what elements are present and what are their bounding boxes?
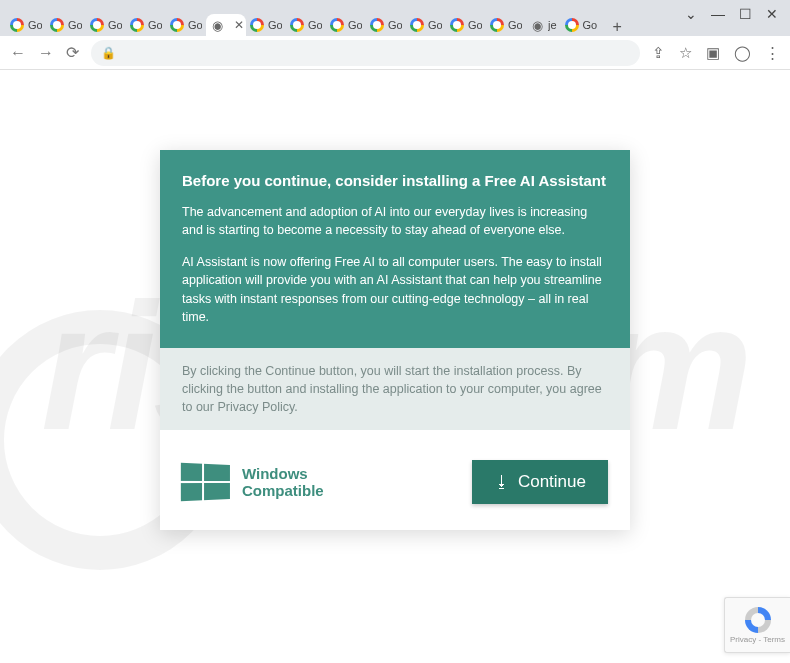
tab-label: Go: [348, 19, 362, 31]
browser-tab[interactable]: Go: [6, 14, 46, 36]
lock-icon: 🔒: [101, 46, 116, 60]
browser-tab[interactable]: Go: [126, 14, 166, 36]
google-favicon-icon: [370, 18, 384, 32]
recaptcha-icon: [745, 607, 771, 633]
windows-compatible-badge: Windows Compatible: [182, 464, 324, 500]
bookmark-star-icon[interactable]: ☆: [679, 44, 692, 62]
google-favicon-icon: [170, 18, 184, 32]
window-close-button[interactable]: ✕: [766, 6, 778, 22]
browser-tab[interactable]: Go: [406, 14, 446, 36]
reload-button[interactable]: ⟳: [66, 43, 79, 62]
browser-tab[interactable]: ◉✕: [206, 14, 246, 36]
tab-label: Go: [148, 19, 162, 31]
google-favicon-icon: [10, 18, 24, 32]
google-favicon-icon: [410, 18, 424, 32]
compat-text: Windows Compatible: [242, 465, 324, 500]
google-favicon-icon: [490, 18, 504, 32]
tab-label: Go: [508, 19, 522, 31]
account-icon[interactable]: ◯: [734, 44, 751, 62]
tab-strip: GoGoGoGoGo◉✕GoGoGoGoGoGoGo◉jeGo+: [0, 0, 790, 36]
dialog-paragraph-1: The advancement and adoption of AI into …: [182, 203, 608, 239]
continue-label: Continue: [518, 472, 586, 492]
tab-label: Go: [583, 19, 597, 31]
browser-tab[interactable]: Go: [286, 14, 326, 36]
tab-label: Go: [108, 19, 122, 31]
recaptcha-links: Privacy - Terms: [730, 635, 785, 644]
tab-label: Go: [468, 19, 482, 31]
tab-label: Go: [68, 19, 82, 31]
toolbar-right: ⇪ ☆ ▣ ◯ ⋮: [652, 44, 780, 62]
browser-tab[interactable]: Go: [446, 14, 486, 36]
back-button[interactable]: ←: [10, 44, 26, 62]
new-tab-button[interactable]: +: [607, 18, 628, 36]
browser-tab[interactable]: Go: [166, 14, 206, 36]
tab-label: Go: [268, 19, 282, 31]
browser-tab[interactable]: Go: [486, 14, 526, 36]
tab-label: Go: [428, 19, 442, 31]
google-favicon-icon: [130, 18, 144, 32]
tab-label: Go: [188, 19, 202, 31]
dialog-footer: Windows Compatible ⭳ Continue: [160, 430, 630, 530]
globe-favicon-icon: ◉: [530, 18, 544, 32]
dialog-header: Before you continue, consider installing…: [160, 150, 630, 348]
toolbar: ← → ⟳ 🔒 ⇪ ☆ ▣ ◯ ⋮: [0, 36, 790, 70]
tab-label: je: [548, 19, 557, 31]
google-favicon-icon: [90, 18, 104, 32]
dialog-paragraph-2: AI Assistant is now offering Free AI to …: [182, 253, 608, 326]
google-favicon-icon: [290, 18, 304, 32]
dialog-title: Before you continue, consider installing…: [182, 172, 608, 189]
google-favicon-icon: [565, 18, 579, 32]
google-favicon-icon: [50, 18, 64, 32]
browser-tab[interactable]: Go: [326, 14, 366, 36]
window-minimize-button[interactable]: —: [711, 6, 725, 22]
browser-tab[interactable]: Go: [366, 14, 406, 36]
google-favicon-icon: [250, 18, 264, 32]
window-controls: ⌄ — ☐ ✕: [673, 0, 790, 28]
sidepanel-icon[interactable]: ▣: [706, 44, 720, 62]
address-bar[interactable]: 🔒: [91, 40, 640, 66]
forward-button[interactable]: →: [38, 44, 54, 62]
dialog-disclaimer: By clicking the Continue button, you wil…: [160, 348, 630, 430]
window-maximize-button[interactable]: ☐: [739, 6, 752, 22]
recaptcha-badge[interactable]: Privacy - Terms: [724, 597, 790, 653]
browser-tab[interactable]: Go: [246, 14, 286, 36]
google-favicon-icon: [330, 18, 344, 32]
install-dialog: Before you continue, consider installing…: [160, 150, 630, 530]
google-favicon-icon: [450, 18, 464, 32]
window-chevron-icon[interactable]: ⌄: [685, 6, 697, 22]
download-icon: ⭳: [494, 473, 510, 491]
browser-tab[interactable]: ◉je: [526, 14, 561, 36]
tab-label: Go: [308, 19, 322, 31]
tab-label: Go: [28, 19, 42, 31]
continue-button[interactable]: ⭳ Continue: [472, 460, 608, 504]
menu-icon[interactable]: ⋮: [765, 44, 780, 62]
browser-tab[interactable]: Go: [561, 14, 601, 36]
share-icon[interactable]: ⇪: [652, 44, 665, 62]
page-content: Before you continue, consider installing…: [0, 70, 790, 530]
close-tab-icon[interactable]: ✕: [234, 18, 244, 32]
tab-label: Go: [388, 19, 402, 31]
browser-tab[interactable]: Go: [46, 14, 86, 36]
browser-tab[interactable]: Go: [86, 14, 126, 36]
windows-logo-icon: [181, 463, 230, 502]
globe-favicon-icon: ◉: [210, 18, 224, 32]
